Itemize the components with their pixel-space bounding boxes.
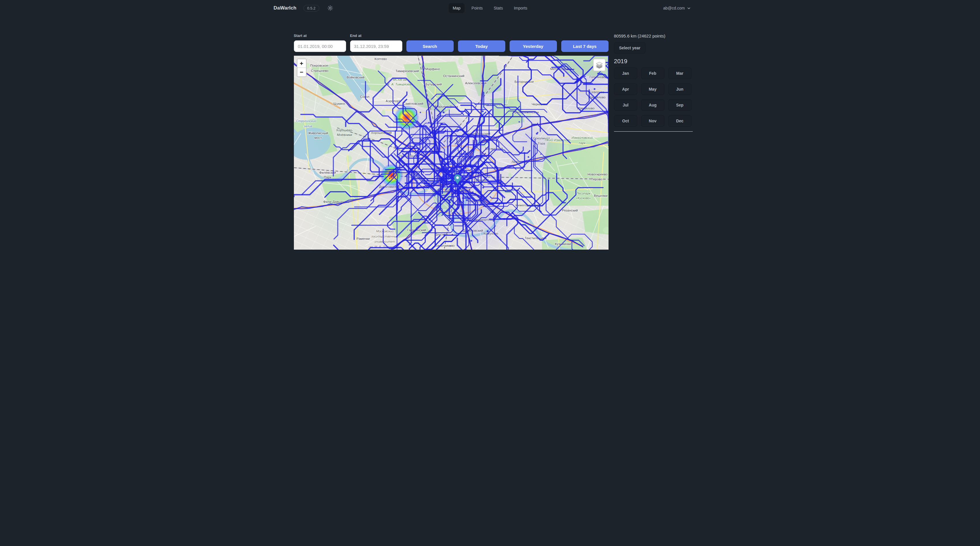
map-label: университет [374,240,395,243]
search-button[interactable]: Search [406,40,453,52]
month-grid: JanFebMarAprMayJunJulAugSepOctNovDec [614,67,692,127]
tab-points[interactable]: Points [468,3,487,13]
map-label: Тимирязевский [395,69,419,73]
sun-icon [327,5,333,11]
user-email: ab@cd.com [663,6,685,10]
sidebar: 80595.6 km (24622 points) Select year 20… [614,16,692,250]
map-zoom-control: + − [297,59,307,77]
map-label: Останкинский [443,74,465,78]
month-button-jul[interactable]: Jul [614,99,637,111]
month-button-nov[interactable]: Nov [641,115,665,127]
version-badge: 0.5.2 [304,5,319,11]
month-button-may[interactable]: May [641,83,665,95]
select-year-button[interactable]: Select year [614,42,646,54]
theme-toggle-button[interactable] [326,4,334,12]
dawarich-app: DaWarIch 0.5.2 MapPointsStatsImports ab@… [266,0,714,250]
map-label: Коптево [374,57,387,61]
month-button-mar[interactable]: Mar [668,67,692,79]
distance-stats: 80595.6 km (24622 points) [614,34,692,38]
app-logo: DaWarIch [274,5,296,11]
main-content: Start at End at SearchTodayYesterdayLast… [266,16,714,250]
user-menu[interactable]: ab@cd.com [663,6,691,10]
navbar: DaWarIch 0.5.2 MapPointsStatsImports ab@… [266,0,714,16]
map-label: К. А. Тимирязева [388,83,413,86]
map-tiles: КоптевоТимирязевскийМарфиноОстанкинскийА… [294,56,609,250]
quick-range-buttons: SearchTodayYesterdayLast 7 days [406,40,609,52]
map-label: Марфино [425,67,440,71]
month-button-aug[interactable]: Aug [641,99,665,111]
month-button-jan[interactable]: Jan [614,67,637,79]
start-at-group: Start at [294,34,346,52]
map-column: Start at End at SearchTodayYesterdayLast… [294,16,609,250]
map-label: государственный [371,235,398,238]
filter-bar: Start at End at SearchTodayYesterdayLast… [294,34,609,52]
tab-map[interactable]: Map [449,3,465,13]
map-label: Войковский [347,76,364,79]
month-button-jun[interactable]: Jun [668,83,692,95]
layers-control[interactable] [593,59,606,71]
map-label: Московский [376,230,394,233]
end-at-group: End at [350,34,402,52]
month-button-oct[interactable]: Oct [614,115,637,127]
zoom-out-button[interactable]: − [298,68,306,77]
zoom-in-button[interactable]: + [298,59,306,68]
start-at-input[interactable] [294,40,346,52]
tab-imports[interactable]: Imports [510,3,531,13]
yesterday-button[interactable]: Yesterday [510,40,557,52]
year-heading: 2019 [614,58,692,65]
month-button-apr[interactable]: Apr [614,83,637,95]
sidebar-divider [614,131,693,132]
start-at-label: Start at [294,34,346,38]
end-at-label: End at [350,34,402,38]
today-button[interactable]: Today [458,40,505,52]
last-7-days-button[interactable]: Last 7 days [561,40,609,52]
nav-tabs: MapPointsStatsImports [449,3,531,13]
month-button-feb[interactable]: Feb [641,67,665,79]
map-canvas[interactable]: КоптевоТимирязевскийМарфиноОстанкинскийА… [294,56,609,250]
tab-stats[interactable]: Stats [490,3,507,13]
month-button-dec[interactable]: Dec [668,115,692,127]
chevron-down-icon [687,6,691,10]
month-button-sep[interactable]: Sep [668,99,692,111]
layers-icon [595,61,603,69]
end-at-input[interactable] [350,40,402,52]
